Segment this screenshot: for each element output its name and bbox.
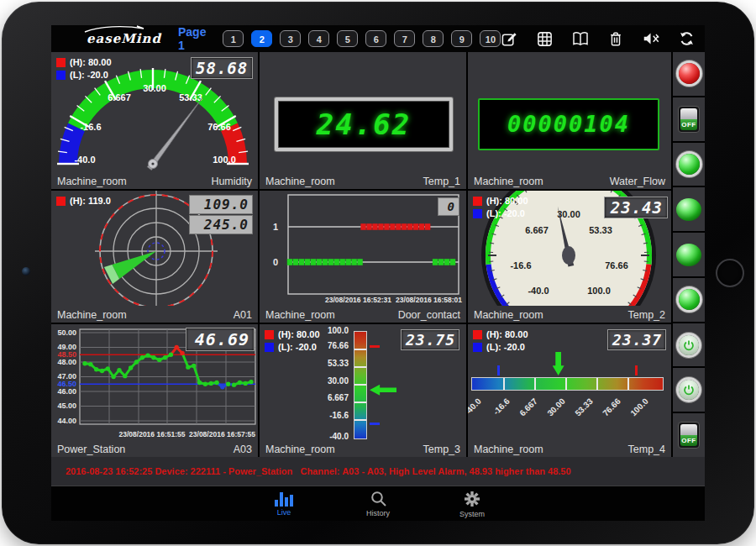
widget-caption: Machine_roomHumidity [57, 176, 252, 187]
value-display-1: 109.0 [189, 195, 253, 214]
tablet-frame: easeMind Page 1 12345678910 OFFOFF (H): … [2, 2, 754, 544]
indicator-light-red[interactable] [679, 63, 700, 84]
nav-tab-system[interactable]: System [449, 490, 495, 518]
widget-temp3-vbar: (H): 80.00 (L): -20.0 23.75 100.0 76.66 … [260, 324, 466, 457]
svg-text:53.33: 53.33 [179, 92, 202, 102]
app-logo: easeMind [87, 31, 161, 46]
channel-name: Door_contact [398, 309, 460, 321]
page-button-7[interactable]: 7 [394, 30, 415, 47]
indicator-cell-8 [673, 368, 705, 413]
toolbar-icons [501, 30, 705, 48]
screenshot-stage: easeMind Page 1 12345678910 OFFOFF (H): … [0, 0, 756, 546]
channel-name: Temp_1 [423, 176, 460, 187]
tick-label: 100.0 [618, 396, 649, 428]
low-limit-marker [497, 365, 500, 375]
compose-icon[interactable] [501, 30, 518, 48]
device-name: Machine_room [57, 309, 127, 321]
high-limit-marker [370, 345, 380, 348]
low-limit-swatch [265, 343, 274, 352]
page-button-3[interactable]: 3 [280, 30, 301, 47]
step-chart [260, 191, 466, 306]
low-limit-swatch [473, 209, 482, 218]
indicator-light-ringed[interactable] [679, 289, 700, 310]
value-display: 58.68 [191, 57, 253, 79]
rocker-switch[interactable]: OFF [678, 106, 700, 133]
rocker-top [680, 108, 697, 119]
widget-doorcontact-chart: 0 1 0 23/08/2016 16:52:31 23/08/2016 16:… [260, 191, 466, 323]
widget-caption: Machine_roomTemp_2 [474, 309, 665, 321]
rocker-switch[interactable]: OFF [678, 422, 700, 449]
widget-temp1-digital: 24.62 Machine_roomTemp_1 [260, 52, 466, 189]
indicator-light-ringed[interactable] [679, 154, 700, 175]
channel-name: Temp_2 [628, 309, 665, 321]
live-chart-icon [275, 491, 293, 507]
home-button[interactable] [716, 259, 744, 287]
y-tick: 45.00 [51, 402, 76, 410]
value-display: 46.69 [186, 328, 255, 351]
value-pointer [553, 352, 564, 375]
page-button-4[interactable]: 4 [308, 30, 329, 47]
page-button-5[interactable]: 5 [337, 30, 358, 47]
device-name: Machine_room [265, 176, 335, 187]
y-tick: 44.00 [51, 417, 76, 425]
widget-caption: Machine_roomWater_Flow [474, 176, 665, 187]
device-name: Machine_room [265, 444, 335, 455]
low-limit-label: (L): -20.0 [486, 342, 525, 352]
gauge-needle [147, 97, 204, 171]
keypad-grid-icon[interactable] [536, 30, 554, 48]
sync-icon[interactable] [678, 30, 696, 47]
indicator-light-flat[interactable] [676, 244, 701, 266]
widget-waterflow-counter: 00000104 Machine_roomWater_Flow [468, 52, 671, 189]
app-screen: easeMind Page 1 12345678910 OFFOFF (H): … [51, 25, 705, 521]
high-limit-swatch [265, 330, 274, 339]
rocker-state-label: OFF [680, 435, 697, 446]
state-markers [287, 223, 455, 265]
page-button-2[interactable]: 2 [251, 30, 272, 47]
indicator-cell-4 [673, 187, 705, 233]
widget-caption: Machine_roomTemp_1 [265, 176, 460, 187]
trash-icon[interactable] [607, 30, 624, 48]
page-button-9[interactable]: 9 [451, 30, 472, 47]
limit-legend: (H): 80.00 (L): -20.0 [473, 329, 528, 354]
front-camera [22, 267, 30, 276]
svg-text:100.0: 100.0 [213, 155, 236, 165]
alarm-message-bar[interactable]: 2016-08-23 16:52:25 Device: 222111 - Pow… [51, 457, 705, 486]
tick-label: -40.0 [312, 432, 349, 441]
tick-label: 53.33 [312, 359, 349, 368]
power-icon [682, 383, 696, 396]
channel-name: Humidity [211, 176, 252, 187]
widget-caption: Power_StationA03 [57, 444, 252, 455]
svg-text:53.33: 53.33 [589, 225, 612, 235]
page-label: Page 1 [178, 25, 206, 52]
rocker-top [680, 424, 697, 435]
tick-label: 6.667 [312, 393, 349, 402]
nav-tab-live[interactable]: Live [261, 491, 307, 517]
value-pointer [370, 385, 396, 396]
power-button[interactable] [679, 335, 699, 355]
page-button-1[interactable]: 1 [223, 30, 244, 47]
svg-text:6.667: 6.667 [525, 225, 549, 235]
mute-icon[interactable] [642, 30, 660, 47]
radar-wedge [112, 251, 156, 279]
page-button-6[interactable]: 6 [365, 30, 386, 47]
high-limit-swatch [473, 330, 482, 339]
svg-text:76.66: 76.66 [605, 260, 628, 270]
limit-legend: (H): 80.00 (L): -20.0 [473, 196, 528, 221]
high-limit-label: (H): 80.00 [70, 57, 112, 67]
book-icon[interactable] [571, 30, 590, 47]
logo-swoosh [81, 25, 147, 34]
indicator-light-flat[interactable] [676, 198, 701, 221]
tick-label: -16.6 [480, 396, 511, 428]
gradient-bar [354, 331, 367, 439]
nav-tab-history[interactable]: History [355, 490, 401, 517]
tick-label: 53.33 [563, 396, 594, 428]
device-name: Machine_room [57, 176, 127, 187]
indicator-cell-3 [673, 143, 705, 188]
tick-label: 6.667 [507, 396, 538, 428]
page-button-8[interactable]: 8 [423, 30, 444, 47]
indicator-cell-6 [673, 278, 705, 323]
widget-caption: Machine_roomTemp_4 [474, 444, 665, 455]
power-button[interactable] [679, 380, 699, 400]
indicator-cell-7 [673, 323, 705, 369]
page-button-10[interactable]: 10 [480, 30, 501, 47]
